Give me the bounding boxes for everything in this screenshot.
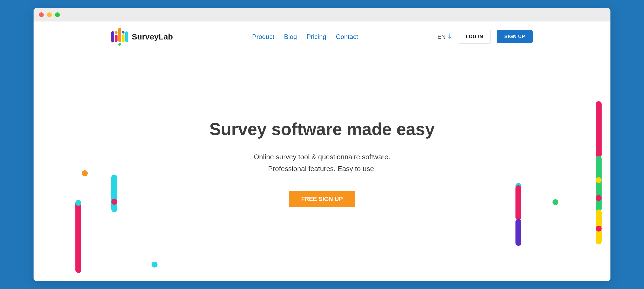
brand-logo[interactable]: SurveyLab (111, 29, 173, 45)
nav-link-pricing[interactable]: Pricing (307, 33, 326, 41)
decor-dot-icon (75, 200, 81, 206)
decor-bar-icon (75, 200, 81, 273)
brand-name: SurveyLab (132, 32, 173, 41)
window-close-icon[interactable] (39, 12, 44, 17)
login-button[interactable]: LOG IN (458, 30, 491, 44)
decor-bar-icon (596, 156, 602, 212)
decor-dot-icon (552, 199, 558, 205)
free-signup-button[interactable]: FREE SIGN UP (289, 191, 355, 207)
brand-logo-icon (111, 29, 128, 45)
nav-link-product[interactable]: Product (252, 33, 275, 41)
hero-subtitle-line1: Online survey tool & questionnaire softw… (254, 153, 390, 161)
decor-bar-icon (515, 185, 521, 220)
nav-right: EN LOG IN SIGN UP (437, 30, 533, 44)
decor-bar-icon (596, 101, 602, 158)
nav-link-blog[interactable]: Blog (284, 33, 297, 41)
nav-links: Product Blog Pricing Contact (252, 33, 358, 41)
decor-dot-icon (596, 195, 602, 201)
decor-bar-icon (111, 175, 117, 212)
language-label: EN (437, 33, 446, 40)
nav-link-contact[interactable]: Contact (336, 33, 358, 41)
decor-dot-icon (596, 177, 602, 183)
decor-dot-icon (152, 262, 158, 268)
hero-subtitle-line2: Professional features. Easy to use. (268, 165, 376, 173)
decor-dot-icon (111, 199, 117, 205)
hero-section: Survey software made easy Online survey … (34, 52, 610, 207)
arrow-down-icon (448, 33, 452, 41)
window-titlebar (34, 8, 610, 21)
hero-title: Survey software made easy (34, 119, 610, 139)
window-minimize-icon[interactable] (47, 12, 52, 17)
signup-button[interactable]: SIGN UP (497, 30, 533, 43)
decor-dot-icon (82, 170, 88, 176)
page-content: SurveyLab Product Blog Pricing Contact E… (34, 21, 610, 281)
hero-subtitle: Online survey tool & questionnaire softw… (34, 151, 610, 175)
top-nav: SurveyLab Product Blog Pricing Contact E… (34, 21, 610, 52)
window-zoom-icon[interactable] (55, 12, 60, 17)
browser-window: SurveyLab Product Blog Pricing Contact E… (34, 8, 610, 281)
decor-bar-icon (515, 219, 521, 246)
language-selector[interactable]: EN (437, 33, 452, 41)
decor-dot-icon (596, 226, 602, 232)
